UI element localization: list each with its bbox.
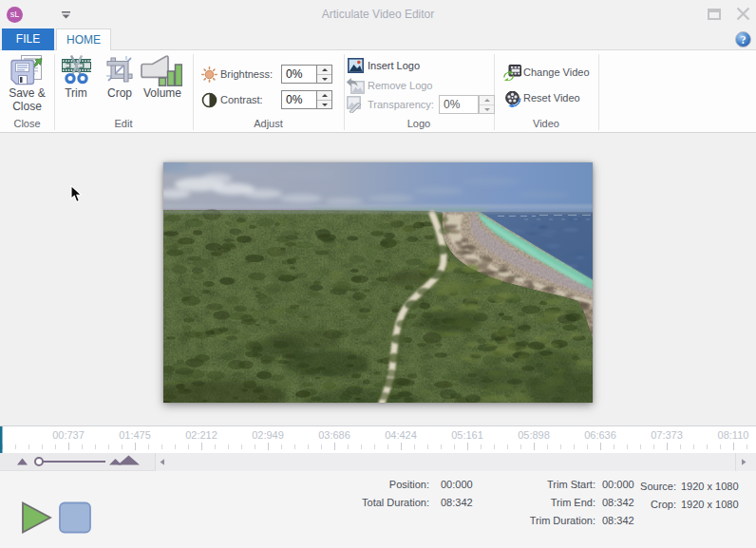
svg-text:04:424: 04:424 <box>385 429 417 441</box>
svg-text:02:212: 02:212 <box>185 429 217 441</box>
svg-text:08:110: 08:110 <box>718 429 749 441</box>
svg-text:01:475: 01:475 <box>119 429 151 441</box>
svg-text:00:737: 00:737 <box>52 429 85 441</box>
svg-text:05:898: 05:898 <box>518 429 550 441</box>
svg-text:05:161: 05:161 <box>451 429 483 441</box>
svg-text:06:636: 06:636 <box>584 429 616 441</box>
svg-text:07:373: 07:373 <box>651 429 683 441</box>
svg-text:03:686: 03:686 <box>318 429 350 441</box>
svg-text:?: ? <box>741 34 747 46</box>
svg-text:02:949: 02:949 <box>252 429 284 441</box>
